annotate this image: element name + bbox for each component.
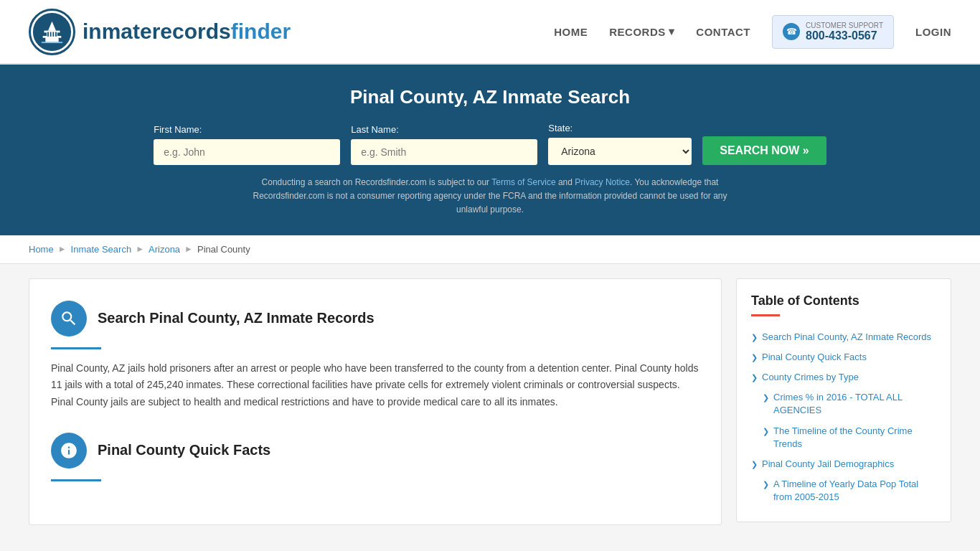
search-section-divider (51, 347, 101, 349)
breadcrumb-sep-3: ► (184, 244, 193, 254)
chevron-icon-7: ❯ (763, 479, 769, 490)
toc-label-5: The Timeline of the County Crime Trends (773, 425, 936, 451)
quick-facts-icon (51, 433, 87, 468)
first-name-group: First Name: (154, 124, 340, 165)
search-button[interactable]: SEARCH NOW » (702, 136, 826, 165)
breadcrumb-home[interactable]: Home (29, 244, 54, 255)
last-name-label: Last Name: (351, 124, 537, 135)
svg-rect-10 (52, 32, 54, 36)
chevron-icon-6: ❯ (751, 459, 758, 470)
toc-label-6: Pinal County Jail Demographics (762, 458, 894, 471)
search-icon (60, 309, 78, 328)
svg-rect-11 (55, 32, 57, 36)
quick-facts-title: Pinal County Quick Facts (98, 442, 270, 458)
search-section-title: Search Pinal County, AZ Inmate Records (98, 310, 374, 326)
search-records-section: Search Pinal County, AZ Inmate Records P… (51, 301, 699, 411)
logo-icon (29, 9, 75, 55)
toc-item-4[interactable]: ❯ Crimes % in 2016 - TOTAL ALL AGENCIES (751, 387, 936, 420)
breadcrumb-arizona[interactable]: Arizona (149, 244, 180, 255)
breadcrumb-pinal-county: Pinal County (197, 244, 250, 255)
header: inmaterecordsfinder HOME RECORDS ▾ CONTA… (0, 0, 980, 65)
nav-contact[interactable]: CONTACT (696, 26, 750, 38)
nav-records-label: RECORDS (609, 26, 666, 38)
nav-login[interactable]: LOGIN (915, 26, 951, 38)
search-form: First Name: Last Name: State: Arizona SE… (29, 123, 951, 165)
logo-area: inmaterecordsfinder (29, 9, 291, 55)
logo-text: inmaterecordsfinder (83, 19, 291, 44)
support-number: 800-433-0567 (806, 29, 883, 42)
toc-label-4: Crimes % in 2016 - TOTAL ALL AGENCIES (773, 391, 936, 417)
content-left: Search Pinal County, AZ Inmate Records P… (29, 278, 722, 525)
disclaimer-text: Conducting a search on Recordsfinder.com… (239, 176, 741, 217)
chevron-icon-1: ❯ (751, 332, 758, 343)
svg-rect-1 (45, 37, 58, 42)
breadcrumb-sep-2: ► (136, 244, 144, 254)
nav-support[interactable]: ☎ CUSTOMER SUPPORT 800-433-0567 (772, 15, 894, 49)
chevron-icon-3: ❯ (751, 372, 758, 383)
toc-item-6[interactable]: ❯ Pinal County Jail Demographics (751, 454, 936, 474)
quick-facts-header: Pinal County Quick Facts (51, 433, 699, 468)
toc-divider (751, 314, 780, 316)
logo-text-part2: finder (231, 19, 291, 43)
breadcrumb: Home ► Inmate Search ► Arizona ► Pinal C… (0, 235, 980, 264)
breadcrumb-inmate-search[interactable]: Inmate Search (71, 244, 132, 255)
logo-text-part1: inmaterecords (83, 19, 231, 43)
chevron-icon-5: ❯ (763, 426, 769, 437)
first-name-label: First Name: (154, 124, 340, 135)
toc-item-2[interactable]: ❯ Pinal County Quick Facts (751, 347, 936, 367)
chevron-down-icon: ▾ (669, 25, 675, 38)
terms-link[interactable]: Terms of Service (491, 177, 555, 187)
toc-label-2: Pinal County Quick Facts (762, 351, 867, 364)
toc-box: Table of Contents ❯ Search Pinal County,… (736, 278, 951, 523)
chevron-icon-2: ❯ (751, 352, 758, 363)
toc-item-3[interactable]: ❯ County Crimes by Type (751, 367, 936, 387)
toc-item-1[interactable]: ❯ Search Pinal County, AZ Inmate Records (751, 327, 936, 347)
breadcrumb-sep-1: ► (58, 244, 67, 254)
quick-facts-divider (51, 479, 101, 481)
toc-title: Table of Contents (751, 293, 936, 309)
info-icon (60, 441, 78, 460)
hero-title: Pinal County, AZ Inmate Search (29, 86, 951, 108)
search-section-header: Search Pinal County, AZ Inmate Records (51, 301, 699, 336)
search-section-icon (51, 301, 87, 336)
privacy-link[interactable]: Privacy Notice (575, 177, 630, 187)
state-group: State: Arizona (548, 123, 692, 165)
toc-item-5[interactable]: ❯ The Timeline of the County Crime Trend… (751, 421, 936, 454)
toc-item-7[interactable]: ❯ A Timeline of Yearly Data Pop Total fr… (751, 474, 936, 507)
chevron-icon-4: ❯ (763, 392, 769, 403)
headphone-icon: ☎ (783, 23, 800, 40)
search-section-text: Pinal County, AZ jails hold prisoners af… (51, 360, 699, 411)
main-content: Search Pinal County, AZ Inmate Records P… (0, 264, 980, 540)
state-select[interactable]: Arizona (548, 138, 692, 165)
support-text: CUSTOMER SUPPORT 800-433-0567 (806, 22, 883, 42)
support-label: CUSTOMER SUPPORT (806, 22, 883, 29)
sidebar: Table of Contents ❯ Search Pinal County,… (736, 278, 951, 525)
hero-section: Pinal County, AZ Inmate Search First Nam… (0, 65, 980, 235)
quick-facts-section: Pinal County Quick Facts (51, 433, 699, 481)
main-nav: HOME RECORDS ▾ CONTACT ☎ CUSTOMER SUPPOR… (554, 15, 951, 49)
nav-home[interactable]: HOME (554, 26, 588, 38)
first-name-input[interactable] (154, 139, 340, 165)
last-name-input[interactable] (351, 139, 537, 165)
nav-records[interactable]: RECORDS ▾ (609, 25, 674, 38)
svg-rect-7 (42, 42, 62, 43)
toc-label-7: A Timeline of Yearly Data Pop Total from… (773, 478, 936, 504)
toc-label-1: Search Pinal County, AZ Inmate Records (762, 331, 931, 344)
toc-label-3: County Crimes by Type (762, 371, 859, 384)
state-label: State: (548, 123, 692, 133)
svg-rect-9 (50, 32, 52, 36)
svg-rect-8 (47, 32, 49, 36)
last-name-group: Last Name: (351, 124, 537, 165)
